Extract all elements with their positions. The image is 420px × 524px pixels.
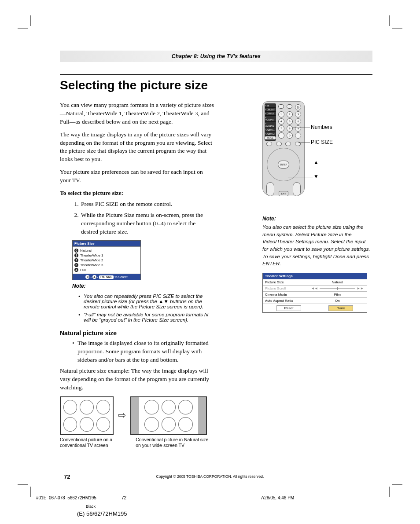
footer-file: #01E_067-078_566272HM195 [36,495,96,500]
chevron-down-icon: ▼ [313,173,319,180]
remote-num-btn: 7 [278,125,284,132]
menu-item-label: TheaterWide 1 [80,253,103,257]
menu-row: Picture SizeNatural [263,279,367,285]
menu-item-label: TheaterWide 2 [80,258,103,262]
menu-item: 0Natural [74,248,139,253]
menu-num-icon: 3 [74,263,78,267]
remote-label: • DVD/LD [265,112,276,116]
reset-button: Reset [276,305,301,311]
slider-icon: ◄◄►► [308,286,367,291]
tv-conventional-icon [60,396,114,435]
menu-num-icon: 0 [74,249,78,253]
remote-label: • TV [265,104,276,108]
row-value: Natural [308,279,367,285]
remote-ch-pill [266,182,274,196]
remote-btn [295,132,301,139]
remote-dpad: ENTER [267,148,300,181]
remote-control-icon: • TV • CBL/SAT • DVD/LD • VCR/PVR • AUX/… [262,101,305,195]
note-list: You also can repeatedly press PIC SIZE t… [78,293,214,322]
footer-page: 72 [122,495,126,500]
caption-1: Conventional picture on a conventional T… [60,437,125,449]
menu-num-icon: 1 [74,253,78,257]
menu-item: 3TheaterWide 3 [74,263,139,267]
chapter-header: Chapter 8: Using the TV's features [60,51,372,62]
remote-num-btn: 0 [287,132,293,139]
remote-num-btn: 4 [278,118,284,125]
power-icon: ⏻ [295,104,301,110]
example-p: Natural picture size example: The way th… [60,367,214,392]
row-key: Auto Aspect Ratio [263,298,308,304]
right-column: • TV • CBL/SAT • DVD/LD • VCR/PVR • AUX/… [262,101,372,449]
menu-footer-tail: to Select [114,275,127,279]
row-key: Picture Scroll [263,286,308,291]
menu-title: Theater Settings [263,273,367,279]
menu-footer: 0 - 4 / PIC SIZE to Select [73,274,140,280]
crop-mark [18,480,35,497]
remote-num-btn: 5 [287,118,293,125]
menu-item-label: Natural [80,249,92,253]
callout-down: ▼ [313,173,319,180]
caption-2: Conventional picture in Natural size on … [136,437,214,449]
remote-label: • AUDIO 2 [265,132,276,136]
page-content: Chapter 8: Using the TV's features Selec… [60,51,372,449]
procedure-step: Press PIC SIZE on the remote control. [80,200,214,209]
procedure-head: To select the picture size: [60,189,214,198]
note-item: "Full" may not be available for some pro… [78,312,214,322]
remote-num-btn: 2 [287,111,293,117]
remote-exit: EXIT [279,191,288,196]
callout-picsize: PIC SIZE [311,139,333,145]
menu-item: 4Full [74,267,139,272]
remote-input-labels: • TV • CBL/SAT • DVD/LD • VCR/PVR • AUX/… [265,103,276,141]
menu-num-icon: 2 [74,258,78,262]
menu-item-label: TheaterWide 3 [80,263,103,267]
callout-label: Numbers [311,124,332,130]
left-column: You can view many program formats in a v… [60,101,214,449]
page-title: Selecting the picture size [60,78,372,92]
section-bullets: The image is displayed close to its orig… [72,339,214,364]
procedure-step: While the Picture Size menu is on-screen… [80,211,214,236]
crop-mark [385,15,402,33]
chevron-up-icon: ▲ [313,159,319,165]
remote-enter: ENTER [278,161,289,169]
remote-label: • CBL/SAT [265,108,276,112]
done-button: Done [328,305,353,311]
model-number: (E) 56/62/72HM195 [77,510,127,517]
tv-widescreen-icon [130,396,207,435]
crop-mark [385,480,402,497]
remote-num-btn: 6 [295,118,301,125]
remote-num-btn: 9 [295,125,301,132]
remote-btn [287,104,292,109]
color-plate-label: Black [86,504,96,509]
menu-row: Cinema ModeFilm [263,291,367,297]
remote-vol-pill [293,182,301,196]
arrow-right-icon: ⇨ [118,409,126,422]
menu-item-label: Full [80,268,86,272]
procedure-list: Press PIC SIZE on the remote control. Wh… [80,200,214,236]
divider [60,74,372,75]
menu-title: Picture Size [73,241,140,246]
menu-row: Auto Aspect RatioOn [263,297,367,304]
section-bullet: The image is displayed close to its orig… [72,339,214,364]
copyright: Copyright © 2005 TOSHIBA CORPORATION. Al… [0,474,420,479]
row-key: Cinema Mode [263,292,308,297]
remote-label: • AUDIO 1 [265,128,276,132]
picture-size-menu: Picture Size 0Natural 1TheaterWide 1 2Th… [72,240,141,280]
remote-label: • VCR/PVR [265,116,276,122]
callout-label: PIC SIZE [311,139,333,145]
intro-p3: Your picture size preferences can be sav… [60,168,214,185]
intro-p1: You can view many program formats in a v… [60,101,214,126]
crop-mark [18,15,35,33]
section-heading: Natural picture size [60,330,214,337]
remote-num-btn: 8 [287,125,293,132]
footer-timestamp: 7/28/05, 4:46 PM [261,495,294,500]
remote-btn [278,104,284,109]
theater-settings-menu: Theater Settings Picture SizeNatural Pic… [262,273,367,313]
remote-btn [278,132,284,139]
example-row: ⇨ [60,396,214,435]
remote-btn [266,142,272,146]
row-value: Film [308,292,367,297]
menu-num-icon: 4 [74,268,78,272]
note-heading: Note: [262,216,372,222]
pic-size-pill: PIC SIZE [99,275,114,279]
menu-item: 1TheaterWide 1 [74,253,139,258]
